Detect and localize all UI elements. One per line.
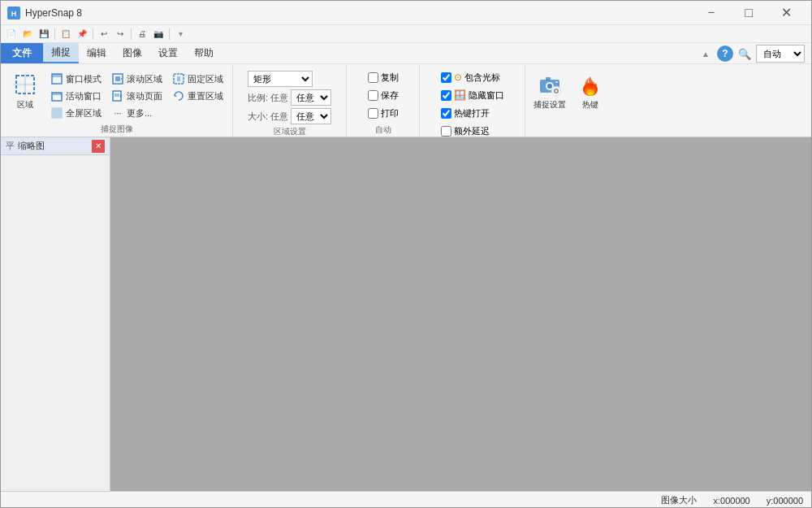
reset-region-button[interactable]: 重置区域 xyxy=(168,88,227,104)
auto-select[interactable]: 自动 xyxy=(756,45,805,63)
hotkey-open-row[interactable]: 热键打开 xyxy=(441,105,504,121)
window-title: HyperSnap 8 xyxy=(25,7,82,19)
include-cursor-checkbox[interactable] xyxy=(441,72,451,83)
extra-delay-row[interactable]: 额外延迟 xyxy=(441,123,504,139)
ribbon-group-capture: 区域 窗口模式 活动窗口 xyxy=(1,64,233,137)
thumbnail-pin[interactable]: 平 xyxy=(6,140,15,152)
copy-check-label: 复制 xyxy=(381,72,399,84)
help-btn[interactable]: ? xyxy=(717,46,733,62)
toolbar-more-btn[interactable]: ▾ xyxy=(173,27,188,41)
fixed-region-icon xyxy=(172,72,185,85)
scale-dropdown-row: 比例: 任意 任意 xyxy=(248,89,331,106)
copy-btn[interactable]: 📋 xyxy=(58,27,73,41)
shape-select[interactable]: 矩形 xyxy=(248,71,313,87)
ribbon-group-capture-content: 区域 窗口模式 活动窗口 xyxy=(6,67,227,122)
save-checkbox[interactable] xyxy=(368,90,378,101)
maximize-button[interactable]: □ xyxy=(730,1,767,25)
scale-select[interactable]: 任意 xyxy=(291,89,331,106)
new-btn[interactable]: 📄 xyxy=(4,27,19,41)
hotkey-button[interactable]: 热键 xyxy=(571,67,610,115)
capture-group-label: 捕捉图像 xyxy=(6,122,227,135)
ribbon-group-auto: 复制 保存 打印 自动 xyxy=(347,64,420,137)
menu-image[interactable]: 图像 xyxy=(114,43,150,63)
extra-delay-checkbox[interactable] xyxy=(441,126,451,137)
reset-region-label: 重置区域 xyxy=(188,90,223,102)
ribbon-group-region-settings: 矩形 比例: 任意 任意 大小: 任意 任意 区域设置 xyxy=(233,64,347,137)
fixed-region-button[interactable]: 固定区域 xyxy=(168,71,227,87)
active-window-label: 活动窗口 xyxy=(66,90,102,102)
ribbon-options-content: ⊙ 包含光标 🪟 隐藏窗口 热键打开 额外延迟 xyxy=(438,67,508,141)
ribbon-group-tools: 捕捉设置 热键 - xyxy=(525,64,615,137)
x-coord: x:000000 xyxy=(713,496,749,506)
print-btn[interactable]: 🖨 xyxy=(135,27,149,41)
ribbon-auto-content: 复制 保存 打印 xyxy=(365,67,402,123)
close-button[interactable]: ✕ xyxy=(767,1,805,25)
svg-text:H: H xyxy=(11,10,17,18)
region-button[interactable]: 区域 xyxy=(6,67,45,115)
capture-btn[interactable]: 📷 xyxy=(151,27,166,41)
toolbar-separator-2 xyxy=(93,28,93,40)
capture-settings-label: 捕捉设置 xyxy=(533,99,566,111)
thumbnail-close-button[interactable]: ✕ xyxy=(92,140,105,153)
active-window-button[interactable]: 活动窗口 xyxy=(46,88,106,104)
fullscreen-icon xyxy=(50,106,63,119)
menu-capture[interactable]: 捕捉 xyxy=(43,43,79,63)
fullscreen-button[interactable]: 全屏区域 xyxy=(46,105,106,121)
copy-checkbox[interactable] xyxy=(368,72,378,83)
hide-window-row[interactable]: 🪟 隐藏窗口 xyxy=(441,87,504,103)
search-btn[interactable]: 🔍 xyxy=(736,46,753,62)
size-label: 大小: 任意 xyxy=(248,111,288,123)
more-label: 更多... xyxy=(127,107,152,119)
scale-label: 比例: 任意 xyxy=(248,92,288,104)
collapse-btn[interactable]: ▲ xyxy=(698,46,714,62)
svg-rect-25 xyxy=(555,81,558,83)
svg-point-28 xyxy=(555,90,558,93)
more-button[interactable]: ··· 更多... xyxy=(107,105,166,121)
open-btn[interactable]: 📂 xyxy=(20,27,35,41)
ribbon-group-region-content: 矩形 比例: 任意 任意 大小: 任意 任意 xyxy=(248,67,331,124)
print-checkbox[interactable] xyxy=(368,108,378,119)
menu-help[interactable]: 帮助 xyxy=(186,43,222,63)
scroll-page-label: 滚动页面 xyxy=(127,90,162,102)
extra-delay-label: 额外延迟 xyxy=(454,125,490,137)
menu-file[interactable]: 文件 xyxy=(1,43,43,63)
svg-point-32 xyxy=(588,92,593,95)
include-cursor-row[interactable]: ⊙ 包含光标 xyxy=(441,69,504,85)
menu-bar: 文件 捕捉 编辑 图像 设置 帮助 xyxy=(1,43,811,64)
scroll-region-button[interactable]: 滚动区域 xyxy=(107,71,166,87)
capture-settings-icon xyxy=(537,72,563,98)
redo-btn[interactable]: ↪ xyxy=(113,27,127,41)
title-bar: H HyperSnap 8 － □ ✕ xyxy=(1,1,811,25)
canvas-area xyxy=(110,137,811,491)
menu-settings[interactable]: 设置 xyxy=(150,43,186,63)
ribbon-col-small-1: 窗口模式 活动窗口 全屏区域 xyxy=(46,67,106,121)
thumbnail-header: 平 缩略图 ✕ xyxy=(1,137,110,155)
image-size-label: 图像大小 xyxy=(661,494,697,506)
minimize-button[interactable]: － xyxy=(693,1,730,25)
hide-window-checkbox[interactable] xyxy=(441,90,451,101)
size-select[interactable]: 任意 xyxy=(291,108,331,124)
window-mode-icon xyxy=(50,72,63,85)
save-btn[interactable]: 💾 xyxy=(37,27,51,41)
undo-btn[interactable]: ↩ xyxy=(97,27,111,41)
ribbon-group-options: ⊙ 包含光标 🪟 隐藏窗口 热键打开 额外延迟 - xyxy=(420,64,525,137)
scroll-page-button[interactable]: 滚动页面 xyxy=(107,88,166,104)
save-check-row[interactable]: 保存 xyxy=(368,87,399,103)
hide-window-icon: 🪟 xyxy=(454,89,466,101)
svg-point-23 xyxy=(547,84,552,89)
svg-rect-8 xyxy=(52,93,62,95)
thumbnail-title: 缩略图 xyxy=(18,140,45,152)
copy-check-row[interactable]: 复制 xyxy=(368,69,399,85)
menu-edit[interactable]: 编辑 xyxy=(79,43,114,63)
ribbon: 区域 窗口模式 活动窗口 xyxy=(1,64,811,137)
paste-btn[interactable]: 📌 xyxy=(75,27,89,41)
ribbon-col-small-3: 固定区域 重置区域 xyxy=(168,67,227,104)
options-checks-col: ⊙ 包含光标 🪟 隐藏窗口 热键打开 额外延迟 xyxy=(438,67,508,141)
hotkey-open-checkbox[interactable] xyxy=(441,108,451,119)
hide-window-label: 隐藏窗口 xyxy=(469,89,504,102)
y-coord: y:000000 xyxy=(767,496,803,506)
window-mode-button[interactable]: 窗口模式 xyxy=(46,71,106,87)
print-check-row[interactable]: 打印 xyxy=(368,105,399,121)
scroll-page-icon xyxy=(111,89,124,102)
capture-settings-button[interactable]: 捕捉设置 xyxy=(530,67,569,115)
